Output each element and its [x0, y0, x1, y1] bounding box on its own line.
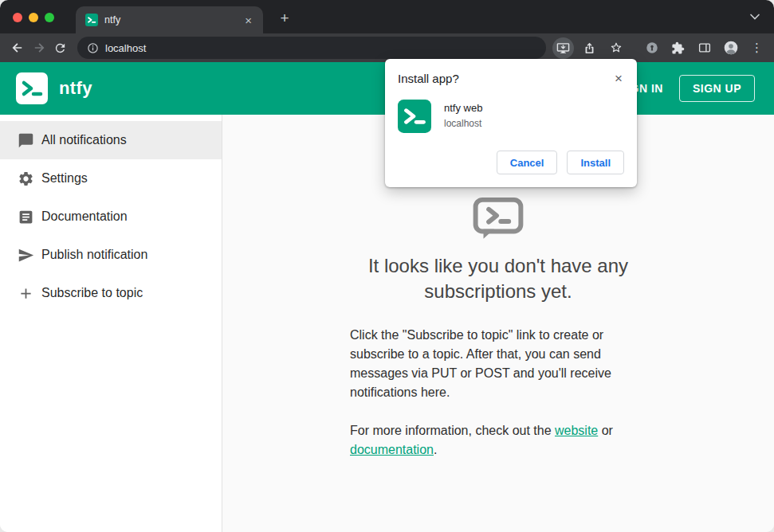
- empty-state: It looks like you don't have any subscri…: [222, 196, 774, 460]
- traffic-lights: [13, 13, 54, 22]
- url-text: localhost: [105, 42, 146, 54]
- dialog-app-info: ntfy web localhost: [444, 100, 482, 129]
- chat-bubble-icon: [16, 131, 35, 150]
- sidebar-item-label: Settings: [41, 171, 88, 186]
- close-dialog-button[interactable]: ×: [613, 70, 624, 87]
- empty-state-heading: It looks like you don't have any subscri…: [331, 253, 666, 305]
- side-panel-button[interactable]: [693, 37, 715, 59]
- puzzle-icon: [671, 41, 685, 55]
- browser-window: ntfy × + localhost: [0, 0, 774, 532]
- share-button[interactable]: [579, 37, 600, 59]
- empty-state-text: Click the "Subscribe to topic" link to c…: [350, 326, 646, 460]
- dialog-app-row: ntfy web localhost: [398, 100, 624, 133]
- ntfy-logo: [16, 72, 48, 104]
- star-icon: [609, 41, 623, 55]
- tab-title: ntfy: [104, 14, 235, 25]
- documentation-link[interactable]: documentation: [350, 443, 434, 456]
- toolbar-actions: ⋮: [552, 37, 768, 59]
- dialog-header: Install app? ×: [398, 72, 624, 87]
- dialog-app-origin: localhost: [444, 118, 482, 129]
- new-tab-button[interactable]: +: [274, 8, 295, 29]
- send-icon: [16, 245, 35, 264]
- browser-toolbar: localhost: [0, 33, 774, 62]
- address-bar[interactable]: localhost: [77, 37, 546, 59]
- share-icon: [583, 41, 596, 55]
- ntfy-app-icon: [398, 100, 431, 133]
- sidebar-item-label: All notifications: [41, 133, 127, 147]
- sidebar-item-label: Publish notification: [41, 248, 147, 262]
- bookmark-star-button[interactable]: [605, 37, 627, 59]
- ntfy-favicon-icon: [85, 14, 98, 26]
- instructions-paragraph: Click the "Subscribe to topic" link to c…: [350, 326, 646, 402]
- sidebar-item-subscribe-to-topic[interactable]: Subscribe to topic: [0, 274, 222, 312]
- article-icon: [16, 207, 35, 226]
- arrow-left-icon: [10, 41, 25, 55]
- side-panel-icon: [697, 41, 712, 55]
- password-extension-button[interactable]: [641, 37, 662, 59]
- browser-menu-button[interactable]: ⋮: [746, 37, 768, 59]
- extensions-button[interactable]: [667, 37, 689, 59]
- forward-button[interactable]: [28, 37, 49, 59]
- sidebar-item-label: Subscribe to topic: [41, 286, 143, 300]
- close-window-button[interactable]: [13, 13, 22, 22]
- sidebar-item-label: Documentation: [41, 209, 128, 224]
- install-app-button[interactable]: [552, 37, 574, 59]
- dialog-actions: Cancel Install: [398, 151, 624, 174]
- sidebar-item-all-notifications[interactable]: All notifications: [0, 121, 222, 159]
- arrow-right-icon: [32, 41, 46, 55]
- sidebar-item-settings[interactable]: Settings: [0, 159, 222, 198]
- sidebar-item-documentation[interactable]: Documentation: [0, 198, 222, 236]
- install-app-dialog: Install app? × ntfy web localhost Cancel…: [385, 59, 637, 187]
- install-button[interactable]: Install: [567, 151, 624, 174]
- site-info-icon[interactable]: [87, 42, 99, 54]
- tab-search-chevron-down-icon[interactable]: [747, 9, 763, 25]
- profile-avatar-button[interactable]: [720, 37, 741, 59]
- cancel-button[interactable]: Cancel: [497, 151, 558, 174]
- more-info-suffix: .: [434, 443, 437, 456]
- install-icon: [556, 41, 570, 55]
- reload-button[interactable]: [49, 37, 71, 59]
- keyhole-icon: [645, 41, 659, 55]
- sidebar: All notifications Settings Documentation…: [0, 115, 222, 532]
- reload-icon: [53, 41, 67, 55]
- more-info-prefix: For more information, check out the: [350, 424, 555, 437]
- dialog-title: Install app?: [398, 72, 459, 85]
- back-button[interactable]: [6, 37, 28, 59]
- ntfy-terminal-logo-icon: [472, 196, 525, 241]
- plus-icon: [16, 284, 35, 303]
- zoom-window-button[interactable]: [45, 13, 54, 22]
- dialog-app-name: ntfy web: [444, 102, 482, 114]
- tab-strip: ntfy × +: [0, 0, 774, 33]
- close-tab-button[interactable]: ×: [242, 13, 255, 28]
- website-link[interactable]: website: [555, 424, 598, 437]
- sign-up-button[interactable]: SIGN UP: [679, 75, 755, 102]
- browser-tab[interactable]: ntfy ×: [76, 6, 263, 33]
- minimize-window-button[interactable]: [29, 13, 38, 22]
- sidebar-item-publish-notification[interactable]: Publish notification: [0, 236, 222, 274]
- gear-icon: [16, 169, 35, 188]
- more-info-paragraph: For more information, check out the webs…: [350, 421, 646, 460]
- more-info-middle: or: [598, 424, 613, 437]
- avatar-icon: [723, 40, 739, 56]
